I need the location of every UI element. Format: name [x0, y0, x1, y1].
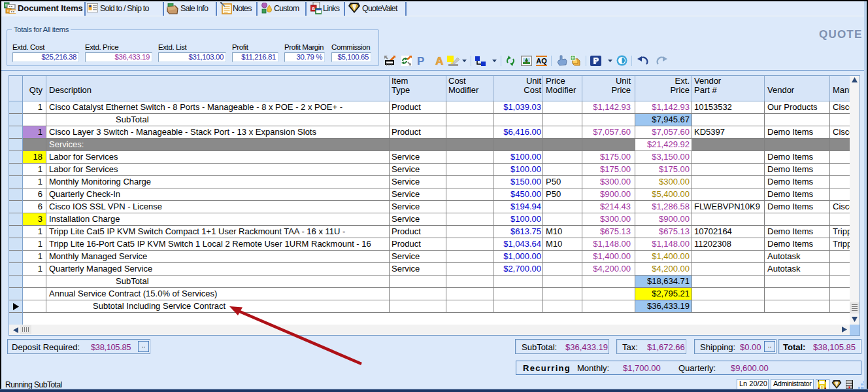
- svg-text:a: a: [312, 5, 315, 11]
